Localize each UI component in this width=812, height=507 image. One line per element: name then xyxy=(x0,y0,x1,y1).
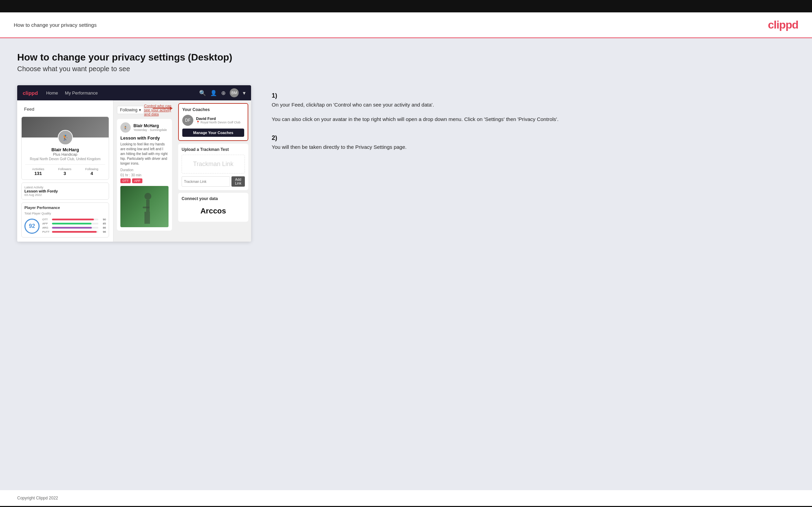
bar-putt: PUTT 96 xyxy=(42,230,106,233)
tag-ott: OTT xyxy=(120,178,131,183)
avatar-icon[interactable]: BM xyxy=(230,88,239,97)
stat-activities-value: 131 xyxy=(32,171,44,176)
coach-info: David Ford 📍 Royal North Devon Golf Club xyxy=(196,117,240,124)
demo-container: clippd Home My Performance 🔍 👤 ⊕ BM ▾ Fe… xyxy=(17,85,795,242)
svg-point-0 xyxy=(144,193,151,200)
golf-silhouette-icon xyxy=(138,193,158,227)
user-card: 🏌️ Blair McHarg Plus Handicap Royal Nort… xyxy=(21,117,109,180)
activity-user-info: Blair McHarg Yesterday · Sunningdale xyxy=(133,123,167,132)
feed-tab[interactable]: Feed xyxy=(21,104,109,114)
user-name: Blair McHarg xyxy=(25,147,105,152)
activity-meta: Yesterday · Sunningdale xyxy=(133,128,167,132)
bar-arg-track xyxy=(52,227,98,229)
latest-activity-name: Lesson with Fordy xyxy=(24,189,106,193)
coach-name: David Ford xyxy=(196,117,240,121)
trackman-card: Upload a Trackman Test Trackman Link Add… xyxy=(178,144,248,190)
coaches-card: Your Coaches DF David Ford 📍 Royal North… xyxy=(178,103,248,141)
coach-item: DF David Ford 📍 Royal North Devon Golf C… xyxy=(182,115,244,126)
trackman-input[interactable] xyxy=(182,176,230,187)
control-privacy-link[interactable]: Control who can see your activity and da… xyxy=(144,104,172,116)
svg-rect-4 xyxy=(147,212,150,224)
app-feed: Following ▾ Control who can see your act… xyxy=(113,100,175,242)
user-club: Royal North Devon Golf Club, United King… xyxy=(25,157,105,161)
location-icon: 📍 xyxy=(196,121,200,124)
latest-activity-label: Latest Activity xyxy=(24,186,106,189)
stat-followers: Followers 3 xyxy=(58,167,72,176)
pp-subtitle: Total Player Quality xyxy=(24,212,106,215)
activity-card: 🏌️ Blair McHarg Yesterday · Sunningdale … xyxy=(117,119,172,231)
activity-tags: OTT APP xyxy=(120,178,169,183)
activity-title: Lesson with Fordy xyxy=(120,135,169,141)
stat-following-value: 4 xyxy=(85,171,98,176)
bar-ott-value: 90 xyxy=(100,218,106,221)
app-nav-icons: 🔍 👤 ⊕ BM ▾ xyxy=(199,88,246,97)
search-icon[interactable]: 🔍 xyxy=(199,90,206,96)
site-footer: Copyright Clippd 2022 xyxy=(0,490,812,506)
page-title: How to change your privacy settings (Des… xyxy=(17,52,795,63)
bar-putt-value: 96 xyxy=(100,230,106,233)
app-sidebar: Feed 🏌️ Blair McHarg Plus Handicap Royal… xyxy=(17,100,113,242)
app-logo: clippd xyxy=(23,90,38,96)
pp-score: 92 xyxy=(24,219,40,234)
latest-activity: Latest Activity Lesson with Fordy 03 Aug… xyxy=(21,183,109,200)
activity-duration-label: Duration xyxy=(120,168,169,172)
bar-ott-label: OTT xyxy=(42,218,51,221)
bar-ott: OTT 90 xyxy=(42,218,106,221)
bar-app-label: APP xyxy=(42,222,51,225)
arccos-logo: Arccos xyxy=(182,204,245,218)
activity-image xyxy=(120,186,169,227)
page-subtitle: Choose what you want people to see xyxy=(17,65,795,73)
activity-description: Looking to feel like my hands are exitin… xyxy=(120,142,169,166)
app-mockup: clippd Home My Performance 🔍 👤 ⊕ BM ▾ Fe… xyxy=(17,85,251,242)
svg-rect-3 xyxy=(144,212,147,224)
activity-avatar: 🏌️ xyxy=(120,122,131,133)
copyright: Copyright Clippd 2022 xyxy=(17,496,58,500)
nav-item-performance[interactable]: My Performance xyxy=(65,90,98,96)
svg-rect-2 xyxy=(143,207,150,208)
coach-club: 📍 Royal North Devon Golf Club xyxy=(196,121,240,124)
manage-coaches-button[interactable]: Manage Your Coaches xyxy=(182,129,244,137)
tag-app: APP xyxy=(132,178,142,183)
instruction-1-number: 1) xyxy=(272,92,795,99)
activity-duration-value: 01 hr : 30 min xyxy=(120,173,169,177)
trackman-input-row: Add Link xyxy=(182,176,245,187)
instructions-panel: 1) On your Feed, click/tap on 'Control w… xyxy=(265,85,795,162)
add-link-button[interactable]: Add Link xyxy=(231,176,245,187)
breadcrumb: How to change your privacy settings xyxy=(14,22,97,28)
instruction-2-text: You will then be taken directly to the P… xyxy=(272,143,795,151)
clippd-logo: clippd xyxy=(768,19,798,31)
bar-putt-track xyxy=(52,231,98,233)
bar-app: APP 85 xyxy=(42,222,106,225)
player-performance: Player Performance Total Player Quality … xyxy=(21,202,109,238)
bar-arg-label: ARG xyxy=(42,226,51,229)
stat-followers-value: 3 xyxy=(58,171,72,176)
instruction-1-text: On your Feed, click/tap on 'Control who … xyxy=(272,101,795,109)
chevron-down-icon[interactable]: ▾ xyxy=(243,90,246,96)
app-nav-items: Home My Performance xyxy=(46,90,199,96)
user-icon[interactable]: 👤 xyxy=(210,90,217,96)
coaches-title: Your Coaches xyxy=(182,107,244,112)
trackman-link-display: Trackman Link xyxy=(182,155,245,174)
pp-body: 92 OTT 90 APP 85 xyxy=(24,218,106,234)
stat-activities-label: Activities xyxy=(32,167,44,171)
instruction-2-number: 2) xyxy=(272,134,795,142)
nav-item-home[interactable]: Home xyxy=(46,90,58,96)
user-stats: Activities 131 Followers 3 Following 4 xyxy=(25,164,105,176)
following-chevron-icon: ▾ xyxy=(139,108,141,112)
latest-activity-date: 03 Aug 2022 xyxy=(24,193,106,197)
activity-username: Blair McHarg xyxy=(133,123,167,128)
site-header: How to change your privacy settings clip… xyxy=(0,12,812,38)
arrow-connector xyxy=(153,107,173,110)
user-card-banner: 🏌️ xyxy=(22,117,109,137)
pp-title: Player Performance xyxy=(24,206,106,210)
instruction-1-note: You can also click on your avatar in the… xyxy=(272,115,795,123)
app-body: Feed 🏌️ Blair McHarg Plus Handicap Royal… xyxy=(17,100,251,242)
user-handicap: Plus Handicap xyxy=(25,152,105,156)
instruction-2: 2) You will then be taken directly to th… xyxy=(272,134,795,151)
feed-control-row: Following ▾ Control who can see your act… xyxy=(117,104,172,116)
following-button[interactable]: Following ▾ xyxy=(117,106,144,114)
plus-icon[interactable]: ⊕ xyxy=(221,90,226,96)
coach-club-text: Royal North Devon Golf Club xyxy=(201,121,240,124)
trackman-title: Upload a Trackman Test xyxy=(182,147,245,152)
bar-app-track xyxy=(52,223,98,224)
